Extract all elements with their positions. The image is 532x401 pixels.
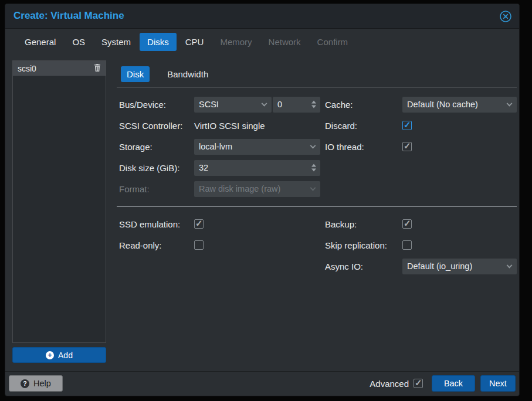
row-ssd-backup: SSD emulation: Backup: bbox=[117, 213, 517, 235]
disk-size-field[interactable]: 32 bbox=[194, 160, 320, 176]
discard-checkbox[interactable] bbox=[402, 121, 412, 130]
row-disk-size: Disk size (GiB): 32 bbox=[117, 157, 517, 178]
section-divider bbox=[117, 206, 517, 207]
add-disk-label: Add bbox=[58, 351, 73, 360]
backup-checkbox[interactable] bbox=[402, 219, 412, 229]
help-button-label: Help bbox=[33, 379, 51, 388]
chevron-down-icon bbox=[262, 101, 267, 107]
back-button[interactable]: Back bbox=[432, 375, 475, 392]
advanced-checkbox[interactable] bbox=[414, 379, 423, 388]
add-disk-button[interactable]: + Add bbox=[12, 347, 106, 363]
skip-replication-label: Skip replication: bbox=[325, 240, 402, 250]
plus-circle-icon: + bbox=[46, 351, 54, 359]
disk-size-label: Disk size (GiB): bbox=[119, 163, 194, 173]
tab-memory: Memory bbox=[212, 33, 259, 51]
storage-select-value: local-lvm bbox=[199, 142, 232, 151]
close-icon[interactable] bbox=[499, 10, 512, 23]
device-number-value: 0 bbox=[277, 100, 282, 109]
read-only-label: Read-only: bbox=[119, 240, 194, 250]
tab-disks[interactable]: Disks bbox=[140, 33, 177, 51]
chevron-down-icon bbox=[507, 263, 513, 269]
subtab-bandwidth[interactable]: Bandwidth bbox=[161, 66, 214, 82]
ssd-emulation-label: SSD emulation: bbox=[119, 219, 194, 229]
tab-cpu[interactable]: CPU bbox=[178, 33, 212, 51]
io-thread-checkbox[interactable] bbox=[402, 142, 412, 151]
wizard-tabbar: General OS System Disks CPU Memory Netwo… bbox=[5, 30, 519, 53]
scsi-controller-label: SCSI Controller: bbox=[119, 121, 194, 131]
disk-subtabs: Disk Bandwidth bbox=[117, 59, 517, 82]
footer-actions: Advanced Back Next bbox=[370, 375, 516, 392]
storage-label: Storage: bbox=[119, 142, 194, 152]
async-io-label: Async IO: bbox=[325, 261, 402, 271]
subtab-divider bbox=[117, 87, 517, 88]
row-controller-discard: SCSI Controller: VirtIO SCSI single Disc… bbox=[117, 115, 517, 136]
bus-select[interactable]: SCSI bbox=[194, 97, 272, 113]
disk-list-item-scsi0[interactable]: scsi0 bbox=[13, 61, 106, 76]
scsi-controller-value: VirtIO SCSI single bbox=[194, 121, 265, 131]
ssd-emulation-checkbox[interactable] bbox=[194, 219, 204, 229]
cache-select-value: Default (No cache) bbox=[407, 100, 478, 109]
tab-network: Network bbox=[261, 33, 309, 51]
skip-replication-checkbox[interactable] bbox=[402, 240, 412, 250]
storage-select[interactable]: local-lvm bbox=[194, 139, 320, 155]
async-io-select[interactable]: Default (io_uring) bbox=[402, 259, 517, 274]
chevron-down-icon bbox=[310, 185, 316, 191]
bus-device-label: Bus/Device: bbox=[119, 100, 194, 110]
cache-select[interactable]: Default (No cache) bbox=[402, 97, 517, 113]
io-thread-label: IO thread: bbox=[325, 142, 402, 152]
chevron-down-icon bbox=[507, 101, 513, 107]
read-only-checkbox[interactable] bbox=[194, 240, 204, 250]
cache-label: Cache: bbox=[325, 100, 402, 110]
next-button[interactable]: Next bbox=[480, 375, 516, 392]
help-button[interactable]: ? Help bbox=[9, 375, 63, 392]
format-label: Format: bbox=[119, 184, 194, 194]
dialog-footer: ? Help Advanced Back Next bbox=[5, 371, 519, 396]
dialog-title: Create: Virtual Machine bbox=[13, 10, 124, 22]
spinner-arrows-icon[interactable] bbox=[311, 164, 316, 172]
row-readonly-skiprepl: Read-only: Skip replication: bbox=[117, 235, 517, 256]
disk-settings-panel: Disk Bandwidth Bus/Device: SCSI 0 Cache: bbox=[117, 59, 517, 277]
create-vm-dialog: Create: Virtual Machine General OS Syste… bbox=[5, 4, 520, 396]
spinner-arrows-icon[interactable] bbox=[311, 101, 316, 108]
advanced-label: Advanced bbox=[370, 379, 409, 389]
disk-item-label: scsi0 bbox=[18, 64, 36, 73]
discard-label: Discard: bbox=[325, 121, 402, 131]
dialog-header: Create: Virtual Machine bbox=[5, 4, 519, 29]
question-circle-icon: ? bbox=[21, 379, 29, 388]
row-bus-device-cache: Bus/Device: SCSI 0 Cache: Default (No ca… bbox=[117, 94, 517, 115]
bus-select-value: SCSI bbox=[199, 100, 219, 109]
row-async-io: Async IO: Default (io_uring) bbox=[117, 256, 517, 277]
row-storage-iothread: Storage: local-lvm IO thread: bbox=[117, 136, 517, 157]
backup-label: Backup: bbox=[325, 219, 402, 229]
format-select-value: Raw disk image (raw) bbox=[199, 184, 280, 193]
row-format: Format: Raw disk image (raw) bbox=[117, 178, 517, 199]
chevron-down-icon bbox=[310, 143, 316, 149]
tab-system[interactable]: System bbox=[94, 33, 138, 51]
tab-general[interactable]: General bbox=[17, 33, 63, 51]
device-number-field[interactable]: 0 bbox=[273, 97, 320, 113]
trash-icon[interactable] bbox=[94, 64, 101, 73]
format-select: Raw disk image (raw) bbox=[194, 181, 320, 197]
disk-list-panel: scsi0 bbox=[12, 60, 106, 343]
async-io-select-value: Default (io_uring) bbox=[407, 261, 472, 271]
tab-os[interactable]: OS bbox=[65, 33, 93, 51]
disk-size-value: 32 bbox=[199, 163, 208, 172]
tab-confirm: Confirm bbox=[310, 33, 356, 51]
subtab-disk[interactable]: Disk bbox=[121, 66, 150, 82]
